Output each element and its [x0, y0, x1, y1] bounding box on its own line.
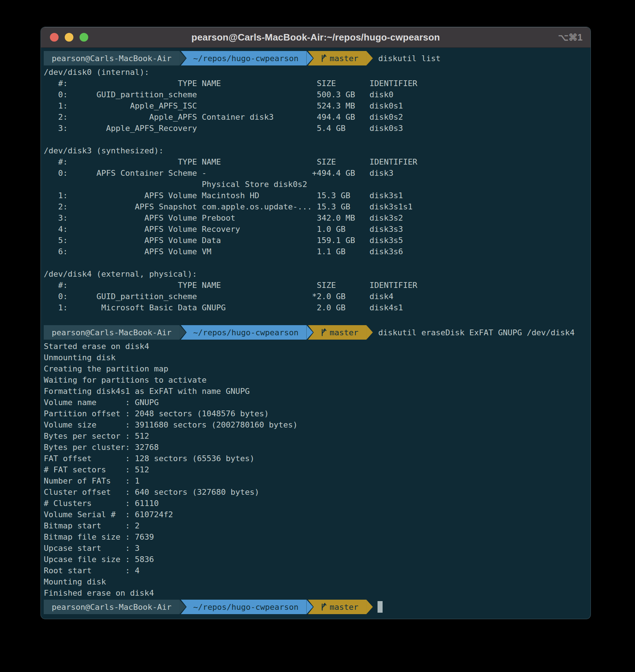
shell-prompt: pearson@Carls-MacBook-Air ~/repos/hugo-c… — [44, 324, 588, 340]
prompt-git-segment: master — [308, 600, 366, 614]
powerline-arrow-icon — [366, 51, 373, 65]
command-text: diskutil list — [378, 53, 440, 64]
prompt-git-segment: master — [308, 51, 366, 65]
powerline-arrow-icon — [366, 600, 373, 614]
window-titlebar[interactable]: pearson@Carls-MacBook-Air:~/repos/hugo-c… — [41, 27, 591, 48]
erase-disk-output: Started erase on disk4 Unmounting disk C… — [44, 341, 588, 599]
diskutil-list-output: /dev/disk0 (internal): #: TYPE NAME SIZE… — [44, 67, 588, 313]
prompt-host: pearson@Carls-MacBook-Air — [44, 600, 179, 614]
shell-prompt: pearson@Carls-MacBook-Air ~/repos/hugo-c… — [44, 50, 588, 66]
prompt-branch-label: master — [330, 327, 358, 338]
prompt-git-segment: master — [308, 325, 366, 340]
prompt-branch-label: master — [330, 53, 358, 64]
close-button[interactable] — [50, 33, 59, 42]
shell-prompt-current: pearson@Carls-MacBook-Air ~/repos/hugo-c… — [44, 599, 588, 615]
git-branch-icon — [320, 603, 327, 611]
prompt-host: pearson@Carls-MacBook-Air — [44, 325, 179, 340]
powerline-arrow-icon — [366, 325, 373, 340]
command-text: diskutil eraseDisk ExFAT GNUPG /dev/disk… — [378, 327, 575, 338]
prompt-branch-label: master — [330, 601, 358, 613]
git-branch-icon — [320, 328, 327, 337]
prompt-path: ~/repos/hugo-cwpearson — [181, 600, 306, 614]
keyboard-shortcut-hint: ⌥⌘1 — [558, 32, 583, 43]
window-title: pearson@Carls-MacBook-Air:~/repos/hugo-c… — [41, 32, 591, 43]
prompt-path: ~/repos/hugo-cwpearson — [181, 325, 306, 340]
git-branch-icon — [320, 54, 327, 63]
traffic-lights — [50, 33, 88, 42]
terminal-window: pearson@Carls-MacBook-Air:~/repos/hugo-c… — [41, 27, 591, 619]
terminal-content[interactable]: pearson@Carls-MacBook-Air ~/repos/hugo-c… — [41, 48, 591, 619]
minimize-button[interactable] — [65, 33, 73, 42]
terminal-cursor[interactable] — [378, 601, 383, 613]
prompt-host: pearson@Carls-MacBook-Air — [44, 51, 179, 65]
zoom-button[interactable] — [80, 33, 88, 42]
prompt-path: ~/repos/hugo-cwpearson — [181, 51, 306, 65]
